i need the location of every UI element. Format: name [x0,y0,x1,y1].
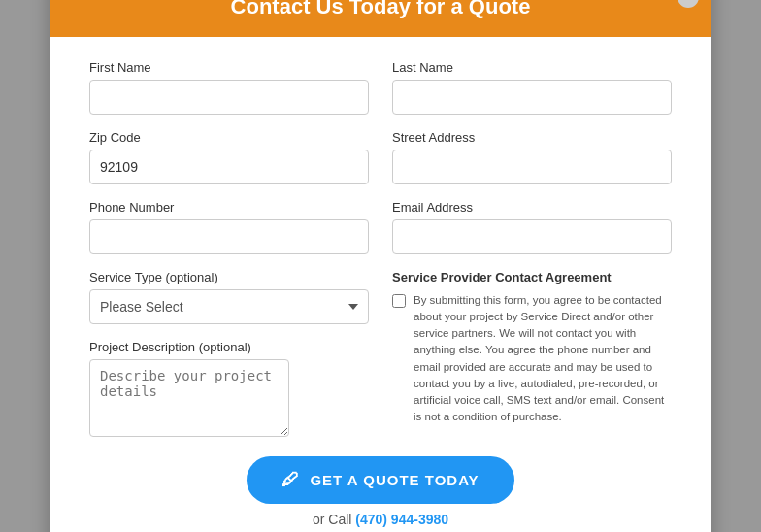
modal-body: First Name Last Name Zip Code Street Add… [50,37,711,533]
street-address-group: Street Address [392,130,672,184]
submit-row: 🖊 GET A QUOTE TODAY or Call (470) 944-39… [89,456,672,533]
agreement-checkbox[interactable] [392,294,406,308]
modal-header: Contact Us Today for a Quote [50,0,711,37]
project-description-input[interactable] [89,359,289,437]
agreement-content: By submitting this form, you agree to be… [392,292,672,426]
email-address-label: Email Address [392,200,672,215]
contact-modal: Contact Us Today for a Quote × First Nam… [50,0,711,532]
project-description-label: Project Description (optional) [89,340,369,354]
service-type-select[interactable]: Please Select [89,289,369,324]
zip-code-group: Zip Code [89,130,369,184]
first-name-input[interactable] [89,80,369,115]
service-agreement-row: Service Type (optional) Please Select Pr… [89,270,672,441]
street-address-input[interactable] [392,150,672,184]
agreement-group: Service Provider Contact Agreement By su… [392,270,672,426]
last-name-label: Last Name [392,60,672,75]
zip-code-input[interactable] [89,150,369,184]
call-number-link[interactable]: (470) 944-3980 [355,512,448,527]
zip-code-label: Zip Code [89,130,369,145]
email-address-input[interactable] [392,219,672,254]
phone-number-group: Phone Number [89,200,369,254]
service-type-group: Service Type (optional) Please Select Pr… [89,270,369,441]
street-address-label: Street Address [392,130,672,145]
phone-number-input[interactable] [89,219,369,254]
last-name-input[interactable] [392,80,672,115]
quote-icon: 🖊 [281,470,300,490]
agreement-section-label: Service Provider Contact Agreement [392,270,672,284]
email-address-group: Email Address [392,200,672,254]
address-row: Zip Code Street Address [89,130,672,184]
modal-title: Contact Us Today for a Quote [74,0,687,19]
first-name-group: First Name [89,60,369,115]
project-description-group: Project Description (optional) [89,340,369,441]
get-quote-label: GET A QUOTE TODAY [310,472,479,488]
agreement-text: By submitting this form, you agree to be… [414,292,672,426]
service-type-label: Service Type (optional) [89,270,369,284]
get-quote-button[interactable]: 🖊 GET A QUOTE TODAY [247,456,513,504]
call-prefix: or Call [313,512,355,527]
name-row: First Name Last Name [89,60,672,115]
call-row: or Call (470) 944-3980 [89,512,672,527]
phone-number-label: Phone Number [89,200,369,215]
last-name-group: Last Name [392,60,672,115]
first-name-label: First Name [89,60,369,75]
contact-row: Phone Number Email Address [89,200,672,254]
